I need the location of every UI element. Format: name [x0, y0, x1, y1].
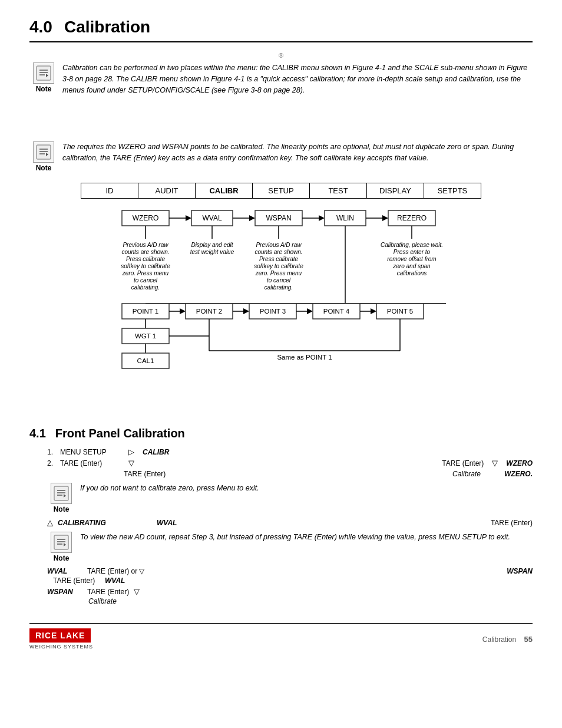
flow-svg: WZERO WVAL WSPAN WLIN REZERO [75, 199, 487, 411]
note-3-text: If you do not want to calibrate zero, pr… [80, 483, 533, 494]
steps-area: 1. MENU SETUP ▷ CALIBR 2. TARE (Enter) ▽… [47, 447, 533, 605]
svg-text:Press enter to: Press enter to [394, 249, 431, 255]
step-5-tri: ▽ [134, 587, 140, 596]
svg-marker-21 [319, 215, 325, 221]
step-2-tri2: ▽ [492, 459, 498, 467]
step-4-tare: TARE (Enter) [53, 577, 100, 585]
menu-item-test: TEST [310, 183, 367, 198]
step-4-sub-row: TARE (Enter) WVAL [53, 577, 533, 585]
svg-text:Press calibrate: Press calibrate [126, 256, 166, 262]
note-icon-img-4 [53, 534, 70, 551]
svg-text:Calibrating, please wait.: Calibrating, please wait. [381, 242, 443, 248]
svg-text:POINT 3: POINT 3 [260, 308, 286, 315]
step-2-result2: TARE (Enter) [442, 459, 484, 467]
step-2-bold: WZERO [506, 459, 533, 467]
step-1-row: 1. MENU SETUP ▷ CALIBR [47, 447, 533, 456]
svg-text:calibrating.: calibrating. [265, 284, 293, 291]
registered-mark: ® [29, 52, 533, 59]
svg-text:Display and edit: Display and edit [191, 242, 233, 248]
step-4-wval-sub: WVAL [105, 577, 125, 585]
calibration-diagram: ID AUDIT CALIBR SETUP TEST DISPLAY SETPT… [29, 183, 533, 413]
note-block-3: Note If you do not want to calibrate zer… [47, 483, 533, 513]
step-2-sub: TARE (Enter) Calibrate WZERO. [124, 470, 533, 478]
menu-item-setpts: SETPTS [424, 183, 481, 198]
svg-marker-13 [186, 215, 191, 221]
step-5-row: WSPAN TARE (Enter) ▽ [47, 587, 533, 596]
footer-logo: RICE LAKE WEIGHING SYSTEMS [29, 628, 93, 650]
svg-text:test weight value: test weight value [190, 249, 234, 255]
note-block-4: Note To view the new AD count, repeat St… [47, 532, 533, 562]
svg-marker-58 [180, 308, 186, 314]
footer: RICE LAKE WEIGHING SYSTEMS Calibration 5… [29, 623, 533, 650]
step-4-tare-or: TARE (Enter) or ▽ [87, 567, 144, 575]
svg-text:POINT 5: POINT 5 [387, 308, 414, 315]
step-1-arrow: ▷ [128, 447, 134, 456]
step-3-sub: WVAL [157, 519, 177, 527]
svg-text:zero. Press menu: zero. Press menu [122, 270, 169, 276]
step-4-wspan: WSPAN [507, 567, 533, 575]
menu-item-audit: AUDIT [138, 183, 196, 198]
menu-item-display: DISPLAY [367, 183, 424, 198]
section-41-title: 4.1Front Panel Calibration [29, 427, 533, 440]
svg-text:POINT 1: POINT 1 [133, 308, 159, 315]
step-1-label: MENU SETUP [60, 448, 125, 456]
svg-rect-0 [37, 66, 51, 80]
footer-right: Calibration 55 [482, 635, 533, 644]
step-5-tare: TARE (Enter) [87, 588, 129, 596]
svg-marker-25 [382, 215, 388, 221]
note-4-text: To view the new AD count, repeat Step 3,… [80, 532, 533, 543]
step-3-label: CALIBRATING [58, 519, 128, 527]
svg-text:counts are shown.: counts are shown. [254, 249, 302, 255]
svg-text:REZERO: REZERO [397, 214, 427, 222]
svg-text:WZERO: WZERO [133, 214, 159, 222]
svg-rect-84 [54, 486, 68, 500]
step-3-row: △ CALIBRATING WVAL TARE (Enter) [47, 518, 533, 527]
note-icon-img-3 [53, 485, 70, 502]
note-block-1: Note Calibration can be performed in two… [29, 62, 533, 95]
step-2-row: 2. TARE (Enter) ▽ TARE (Enter) ▽ WZERO [47, 459, 533, 467]
svg-text:WSPAN: WSPAN [266, 214, 291, 222]
svg-text:WVAL: WVAL [202, 214, 222, 222]
logo-name: RICE LAKE [29, 628, 91, 643]
step-5-calibrate: Calibrate [88, 597, 117, 605]
menu-item-id: ID [81, 183, 138, 198]
step-2-wzero: WZERO. [504, 470, 533, 478]
step-4-wval: WVAL [47, 567, 82, 575]
svg-text:Previous A/D raw: Previous A/D raw [123, 242, 169, 248]
svg-rect-5 [37, 145, 51, 159]
menu-item-setup: SETUP [253, 183, 310, 198]
svg-text:calibrating.: calibrating. [131, 284, 160, 291]
step-4-row: WVAL TARE (Enter) or ▽ WSPAN [47, 567, 533, 575]
note-image-icon [35, 65, 52, 81]
svg-marker-66 [307, 308, 313, 314]
svg-text:softkey to calibrate: softkey to calibrate [254, 263, 303, 269]
step-1-result: CALIBR [143, 448, 169, 456]
menu-bar: ID AUDIT CALIBR SETUP TEST DISPLAY SETPT… [81, 183, 481, 199]
svg-text:POINT 4: POINT 4 [323, 308, 350, 315]
svg-rect-89 [54, 535, 68, 549]
page-title: 4.0Calibration [29, 18, 533, 42]
svg-text:zero. Press menu: zero. Press menu [255, 270, 302, 276]
note-icon-4: Note [47, 532, 75, 562]
step-2-label: TARE (Enter) [60, 459, 125, 467]
note-block-2: Note The requires the WZERO and WSPAN po… [29, 141, 533, 172]
svg-text:CAL1: CAL1 [137, 357, 154, 364]
step-5-wspan: WSPAN [47, 588, 82, 596]
svg-text:zero and span: zero and span [392, 263, 431, 269]
svg-text:calibrations: calibrations [397, 270, 427, 276]
note-icon-1: Note [29, 62, 58, 93]
svg-text:Press calibrate: Press calibrate [259, 256, 299, 262]
note-image-icon-2 [35, 144, 52, 160]
svg-text:WGT 1: WGT 1 [135, 332, 156, 340]
svg-marker-62 [243, 308, 249, 314]
step-3-tri: △ [47, 518, 53, 527]
svg-text:to cancel: to cancel [267, 277, 291, 284]
svg-text:WLIN: WLIN [336, 214, 354, 222]
note-icon-3: Note [47, 483, 75, 513]
svg-marker-70 [371, 308, 376, 314]
menu-item-calibr: CALIBR [196, 183, 253, 198]
svg-marker-17 [249, 215, 255, 221]
step-2-calibrate: Calibrate [452, 470, 481, 478]
note-icon-2: Note [29, 141, 58, 172]
svg-text:Previous A/D raw: Previous A/D raw [256, 242, 302, 248]
